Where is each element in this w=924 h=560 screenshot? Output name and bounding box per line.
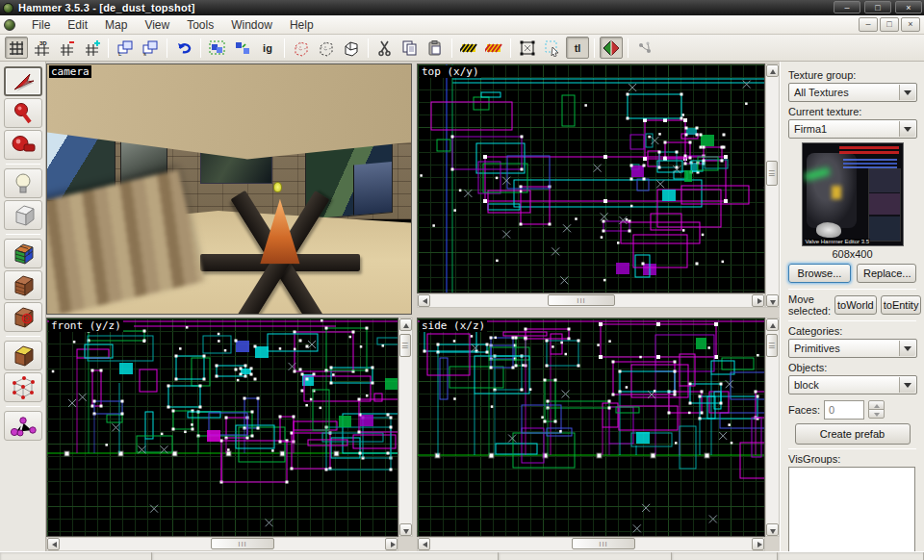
- texture-lock-button[interactable]: tl: [566, 37, 589, 59]
- vertex-tool-button[interactable]: [4, 372, 42, 402]
- scroll-up-icon[interactable]: [399, 318, 412, 331]
- menu-help[interactable]: Help: [281, 16, 322, 34]
- load-window-state-button[interactable]: L: [114, 37, 137, 59]
- chevron-down-icon[interactable]: [899, 121, 915, 137]
- texture-size-label: 608x400: [788, 248, 916, 260]
- to-entity-button[interactable]: toEntity: [881, 295, 922, 315]
- show-all-button[interactable]: [340, 37, 363, 59]
- group-button[interactable]: [206, 37, 229, 59]
- ungroup-button[interactable]: [231, 37, 254, 59]
- close-button[interactable]: ×: [895, 1, 922, 13]
- cordon-edit-button[interactable]: [457, 37, 480, 59]
- scroll-left-icon[interactable]: [418, 294, 430, 307]
- minimize-button[interactable]: –: [834, 1, 860, 13]
- to-world-button[interactable]: toWorld: [834, 295, 877, 315]
- scroll-left-icon[interactable]: [418, 538, 430, 550]
- select-box-button[interactable]: [541, 37, 564, 59]
- front-viewport-label[interactable]: front (y/z): [49, 319, 123, 332]
- hide-selected-button[interactable]: [290, 37, 313, 59]
- top-vertical-scrollbar[interactable]: ☰: [765, 64, 780, 308]
- ignore-groups-button[interactable]: ig: [256, 37, 279, 59]
- objects-label: Objects:: [788, 362, 916, 373]
- top-horizontal-scrollbar[interactable]: III: [417, 293, 765, 308]
- spinner-down-icon[interactable]: [868, 409, 885, 419]
- menu-window[interactable]: Window: [222, 16, 281, 34]
- categories-label: Categories:: [788, 325, 916, 337]
- title-bar[interactable]: Hammer 3.5.3 - [de_dust_topshot] – □ ×: [0, 0, 924, 15]
- menu-edit[interactable]: Edit: [59, 16, 96, 34]
- chevron-down-icon[interactable]: [899, 85, 915, 100]
- split-face-button[interactable]: [600, 37, 623, 59]
- top-viewport[interactable]: top (x/y): [417, 64, 765, 293]
- texture-application-tool-button[interactable]: [4, 239, 42, 268]
- toggle-3d-grid-button[interactable]: 3D: [30, 37, 53, 59]
- smaller-grid-button[interactable]: [55, 37, 78, 59]
- scroll-down-icon[interactable]: [766, 294, 779, 307]
- cut-button[interactable]: [373, 37, 397, 59]
- top-viewport-label[interactable]: top (x/y): [420, 65, 481, 78]
- current-texture-combo[interactable]: Firma1: [788, 119, 917, 139]
- paste-button[interactable]: [424, 37, 447, 59]
- camera-viewport[interactable]: camera: [46, 64, 412, 315]
- chevron-down-icon[interactable]: [899, 377, 915, 393]
- magnify-tool-button[interactable]: [4, 98, 42, 128]
- replace-button[interactable]: Replace...: [857, 264, 916, 283]
- side-viewport-label[interactable]: side (x/z): [420, 319, 487, 332]
- menu-file[interactable]: File: [23, 16, 59, 34]
- browse-button[interactable]: Browse...: [788, 264, 851, 283]
- mdi-restore-button[interactable]: □: [880, 17, 899, 32]
- mdi-close-button[interactable]: ×: [901, 17, 920, 32]
- copy-button[interactable]: [398, 37, 422, 59]
- scroll-up-icon[interactable]: [766, 318, 779, 331]
- create-prefab-button[interactable]: Create prefab: [795, 423, 911, 445]
- hide-unselected-button[interactable]: [315, 37, 338, 59]
- texture-preview-screenshots: [868, 168, 901, 242]
- apply-decal-tool-button[interactable]: [4, 302, 42, 332]
- selection-tool-button[interactable]: [4, 66, 42, 96]
- texture-preview: Valve Hammer Editor 3.5: [802, 142, 904, 246]
- scroll-up-icon[interactable]: [766, 64, 779, 77]
- cordon-toggle-button[interactable]: [482, 37, 505, 59]
- menu-view[interactable]: View: [136, 16, 178, 34]
- menu-tools[interactable]: Tools: [178, 16, 222, 34]
- side-horizontal-scrollbar[interactable]: III: [417, 537, 765, 551]
- larger-grid-button[interactable]: [80, 37, 103, 59]
- svg-text:s: s: [143, 51, 146, 57]
- categories-combo[interactable]: Primitives: [788, 339, 917, 358]
- visgroups-label: VisGroups:: [788, 453, 916, 465]
- side-viewport[interactable]: side (x/z): [417, 318, 765, 537]
- toggle-grid-button[interactable]: [5, 37, 28, 59]
- faces-input[interactable]: 0: [824, 400, 864, 420]
- restore-button[interactable]: □: [864, 1, 891, 13]
- path-tool-button[interactable]: [4, 411, 42, 441]
- save-window-state-button[interactable]: s: [139, 37, 162, 59]
- side-vertical-scrollbar[interactable]: ☰: [765, 318, 780, 537]
- scroll-right-icon[interactable]: [752, 538, 764, 550]
- mdi-minimize-button[interactable]: –: [859, 17, 878, 32]
- objects-combo[interactable]: block: [788, 375, 917, 395]
- front-vertical-scrollbar[interactable]: ☰: [398, 318, 413, 537]
- scroll-down-icon[interactable]: [399, 523, 412, 536]
- scroll-down-icon[interactable]: [766, 523, 779, 536]
- displacement-button[interactable]: [633, 37, 656, 59]
- apply-texture-tool-button[interactable]: [4, 270, 42, 300]
- texture-group-combo[interactable]: All Textures: [788, 83, 917, 102]
- select-mode-button[interactable]: [516, 37, 539, 59]
- camera-viewport-label[interactable]: camera: [49, 65, 91, 78]
- scroll-right-icon[interactable]: [752, 294, 764, 307]
- entity-tool-button[interactable]: [4, 168, 42, 198]
- status-segment: [0, 552, 152, 560]
- menu-map[interactable]: Map: [96, 16, 136, 34]
- scroll-right-icon[interactable]: [385, 538, 398, 550]
- visgroups-list[interactable]: [788, 467, 915, 560]
- scroll-left-icon[interactable]: [47, 538, 60, 550]
- camera-tool-button[interactable]: [4, 130, 42, 160]
- faces-stepper[interactable]: [868, 400, 885, 420]
- block-tool-button[interactable]: [4, 200, 42, 230]
- hammer-editor-window: Hammer 3.5.3 - [de_dust_topshot] – □ × F…: [0, 0, 924, 560]
- chevron-down-icon[interactable]: [899, 341, 915, 356]
- undo-button[interactable]: [172, 37, 195, 59]
- front-viewport[interactable]: front (y/z): [46, 318, 398, 537]
- front-horizontal-scrollbar[interactable]: III: [46, 537, 398, 551]
- clipping-tool-button[interactable]: [4, 341, 42, 370]
